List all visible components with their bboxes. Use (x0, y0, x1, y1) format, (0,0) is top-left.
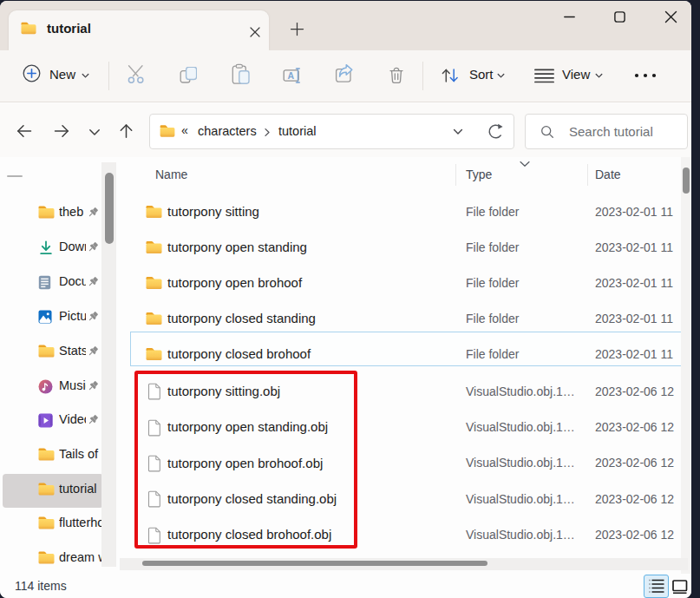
svg-text:A: A (288, 70, 295, 81)
